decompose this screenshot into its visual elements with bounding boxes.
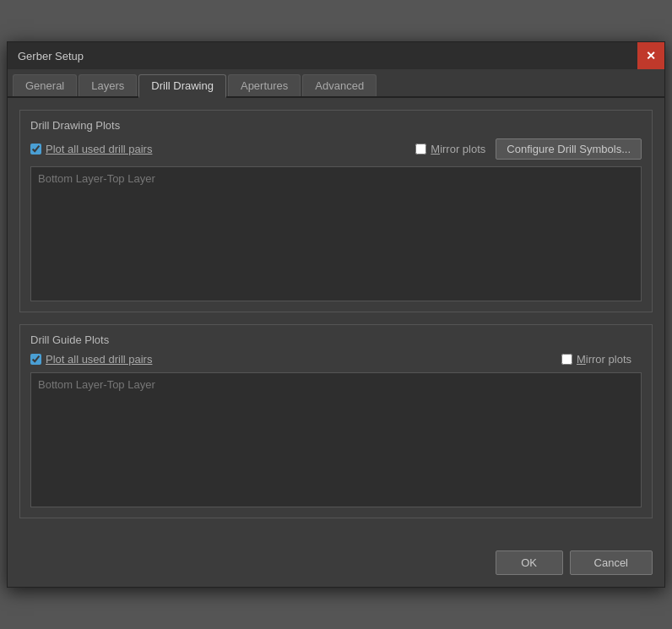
- plot-all-drill-drawing-label[interactable]: Plot all used drill pairs: [30, 143, 415, 155]
- drill-drawing-plots-title: Drill Drawing Plots: [30, 119, 642, 132]
- drill-guide-list[interactable]: Bottom Layer-Top Layer: [30, 372, 642, 507]
- ok-button[interactable]: OK: [496, 550, 563, 575]
- content-area: Drill Drawing Plots Plot all used drill …: [8, 98, 664, 542]
- mirror-plots-drill-guide-checkbox[interactable]: [561, 354, 572, 365]
- drill-guide-list-item: Bottom Layer-Top Layer: [38, 378, 634, 391]
- title-bar: Gerber Setup ✕: [8, 42, 664, 69]
- plot-all-drill-drawing-text: Plot all used drill pairs: [46, 143, 152, 155]
- mirror-plots-drill-drawing-checkbox[interactable]: [415, 144, 426, 155]
- dialog-title: Gerber Setup: [18, 50, 84, 62]
- tab-layers[interactable]: Layers: [79, 74, 137, 96]
- mirror-plots-drill-drawing-label[interactable]: Mirror plots: [415, 143, 485, 155]
- drill-guide-controls: Plot all used drill pairs Mirror plots: [30, 353, 642, 366]
- drill-guide-plots-section: Drill Guide Plots Plot all used drill pa…: [19, 324, 653, 518]
- plot-all-drill-guide-text: Plot all used drill pairs: [46, 353, 152, 366]
- cancel-button[interactable]: Cancel: [570, 550, 653, 575]
- tab-apertures[interactable]: Apertures: [228, 74, 301, 96]
- plot-all-drill-drawing-checkbox[interactable]: [30, 144, 41, 155]
- drill-drawing-plots-section: Drill Drawing Plots Plot all used drill …: [19, 110, 653, 312]
- mirror-plots-drill-drawing-text: Mirror plots: [431, 143, 485, 155]
- mirror-plots-drill-guide-text: Mirror plots: [577, 353, 631, 366]
- drill-guide-plots-title: Drill Guide Plots: [30, 333, 642, 346]
- drill-drawing-list-item: Bottom Layer-Top Layer: [38, 172, 634, 185]
- mirror-plots-drill-guide-label[interactable]: Mirror plots: [561, 353, 631, 366]
- tab-advanced[interactable]: Advanced: [302, 74, 377, 96]
- tab-bar: General Layers Drill Drawing Apertures A…: [8, 69, 664, 98]
- gerber-setup-dialog: Gerber Setup ✕ General Layers Drill Draw…: [7, 41, 665, 588]
- plot-all-drill-guide-label[interactable]: Plot all used drill pairs: [30, 353, 561, 366]
- close-button[interactable]: ✕: [637, 42, 664, 69]
- plot-all-drill-guide-checkbox[interactable]: [30, 354, 41, 365]
- configure-drill-symbols-button[interactable]: Configure Drill Symbols...: [496, 138, 642, 160]
- tab-general[interactable]: General: [13, 74, 77, 96]
- drill-drawing-controls: Plot all used drill pairs Mirror plots C…: [30, 138, 642, 160]
- drill-drawing-list[interactable]: Bottom Layer-Top Layer: [30, 166, 642, 301]
- dialog-footer: OK Cancel: [8, 542, 664, 587]
- tab-drill-drawing[interactable]: Drill Drawing: [138, 74, 226, 98]
